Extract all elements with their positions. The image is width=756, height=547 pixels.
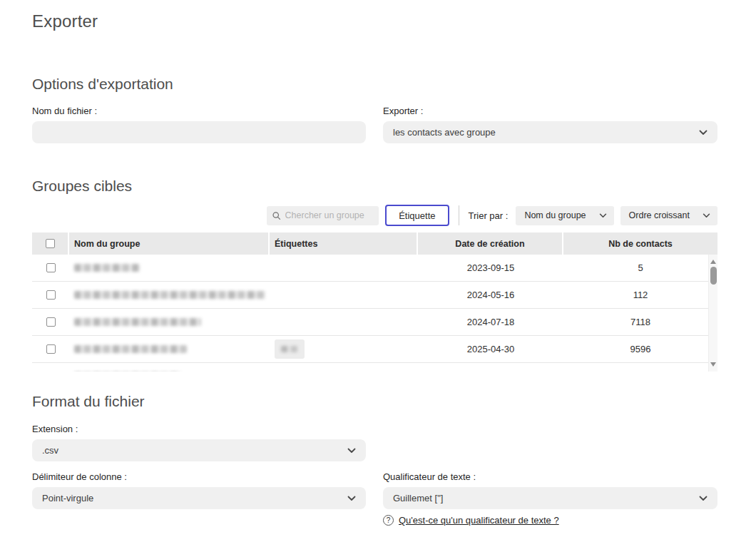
row-checkbox[interactable]: [46, 344, 56, 354]
export-target-label: Exporter :: [383, 106, 717, 116]
sort-order-select[interactable]: Ordre croissant: [620, 206, 717, 225]
section-export-options: Options d'exportation: [32, 76, 717, 93]
col-header-tags[interactable]: Étiquettes: [270, 232, 418, 255]
filename-input[interactable]: [32, 121, 366, 143]
delimiter-label: Délimiteur de colonne :: [32, 471, 366, 482]
row-checkbox[interactable]: [46, 290, 56, 300]
qualifier-help-link[interactable]: Qu'est-ce qu'un qualificateur de texte ?: [399, 515, 559, 526]
qualifier-select[interactable]: Guillemet ["]: [383, 487, 717, 509]
group-search-input[interactable]: [285, 210, 374, 220]
row-creation-date: 2024-05-16: [418, 290, 563, 300]
extension-value: .csv: [42, 445, 58, 456]
row-contact-count: 112: [563, 290, 717, 300]
tag-chip: [275, 339, 305, 359]
row-creation-date: 2023-09-15: [418, 262, 563, 273]
help-icon: ?: [383, 515, 394, 526]
col-header-contact-count[interactable]: Nb de contacts: [563, 232, 717, 255]
row-creation-date: 2024-07-18: [418, 317, 563, 327]
col-header-group-name[interactable]: Nom du groupe: [69, 232, 270, 255]
scroll-down-icon[interactable]: [710, 362, 716, 367]
sort-field-value: Nom du groupe: [524, 210, 586, 220]
export-page: Exporter Options d'exportation Nom du fi…: [0, 0, 756, 547]
export-target-value: les contacts avec groupe: [393, 127, 496, 138]
scroll-up-icon[interactable]: [710, 260, 716, 264]
table-row[interactable]: 2024-05-16 112: [32, 282, 717, 309]
page-title: Exporter: [32, 11, 717, 31]
groups-toolbar: Étiquette Trier par : Nom du groupe Ordr…: [32, 205, 717, 226]
row-checkbox[interactable]: [46, 317, 56, 327]
sort-order-value: Ordre croissant: [629, 210, 690, 220]
row-contact-count: 9596: [563, 344, 717, 354]
qualifier-value: Guillemet ["]: [393, 493, 443, 503]
redacted-tag: [281, 346, 298, 352]
row-contact-count: 84: [563, 371, 717, 372]
row-creation-date: 2025-04-30: [418, 344, 563, 354]
scrollbar-thumb[interactable]: [710, 267, 717, 285]
table-scrollbar[interactable]: [708, 255, 717, 372]
select-all-checkbox[interactable]: [46, 239, 55, 248]
sort-field-select[interactable]: Nom du groupe: [516, 206, 613, 225]
extension-label: Extension :: [32, 424, 366, 434]
row-contact-count: 7118: [563, 317, 717, 327]
chevron-down-icon: [699, 496, 708, 501]
group-search[interactable]: [267, 206, 379, 225]
table-row[interactable]: 2024-07-18 7118: [32, 309, 717, 336]
row-creation-date: 2024-12-19: [418, 371, 563, 372]
delimiter-select[interactable]: Point-virgule: [32, 487, 366, 509]
toolbar-divider: [459, 205, 459, 225]
groups-table: Nom du groupe Étiquettes Date de créatio…: [32, 232, 717, 372]
section-file-format: Format du fichier: [32, 393, 717, 410]
groups-table-body: 2023-09-15 5 2024-05-16 112 2024-07-18 7…: [32, 255, 717, 372]
section-target-groups: Groupes cibles: [32, 178, 717, 195]
chevron-down-icon: [347, 448, 356, 454]
chevron-down-icon: [699, 130, 708, 136]
qualifier-label: Qualificateur de texte :: [383, 471, 717, 482]
table-row[interactable]: 2024-12-19 84: [32, 363, 717, 372]
redacted-group-name: [74, 291, 265, 299]
search-icon: [272, 211, 280, 220]
export-target-select[interactable]: les contacts avec groupe: [383, 121, 717, 143]
redacted-group-name: [74, 318, 201, 326]
sort-by-label: Trier par :: [469, 210, 509, 221]
chevron-down-icon: [599, 213, 607, 218]
table-row[interactable]: 2025-04-30 9596: [32, 336, 717, 363]
filename-label: Nom du fichier :: [32, 106, 366, 116]
table-row[interactable]: 2023-09-15 5: [32, 255, 717, 282]
tag-filter-button[interactable]: Étiquette: [385, 205, 449, 226]
delimiter-value: Point-virgule: [42, 493, 93, 503]
extension-select[interactable]: .csv: [32, 439, 366, 461]
redacted-group-name: [74, 264, 140, 272]
groups-table-header: Nom du groupe Étiquettes Date de créatio…: [32, 232, 717, 255]
redacted-group-name: [74, 345, 187, 353]
row-contact-count: 5: [563, 262, 717, 273]
col-header-creation-date[interactable]: Date de création: [418, 232, 563, 255]
row-checkbox[interactable]: [46, 263, 56, 272]
chevron-down-icon: [703, 213, 710, 218]
chevron-down-icon: [347, 496, 356, 501]
